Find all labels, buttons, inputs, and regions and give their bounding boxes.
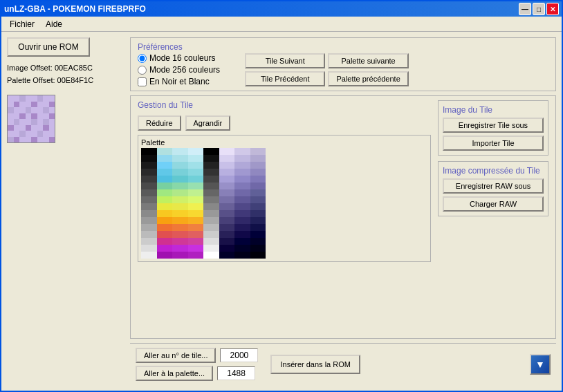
palette-cell[interactable] (219, 231, 235, 238)
palette-cell[interactable] (203, 148, 219, 155)
tile-precedent-button[interactable]: Tile Précédent (245, 71, 325, 86)
palette-cell[interactable] (188, 183, 204, 189)
inserer-rom-button[interactable]: Insérer dans la ROM (270, 355, 360, 374)
palette-cell[interactable] (141, 231, 157, 238)
palette-cell[interactable] (172, 155, 188, 162)
mode16-radio[interactable] (138, 54, 147, 63)
tile-value-input[interactable] (220, 348, 258, 362)
palette-cell[interactable] (188, 169, 204, 176)
palette-cell[interactable] (234, 162, 250, 169)
palette-cell[interactable] (172, 162, 188, 169)
palette-cell[interactable] (157, 238, 173, 245)
palette-cell[interactable] (141, 224, 157, 231)
palette-cell[interactable] (172, 217, 188, 224)
bw-checkbox[interactable] (138, 77, 147, 86)
palette-cell[interactable] (203, 252, 219, 259)
open-rom-button[interactable]: Ouvrir une ROM (7, 37, 90, 57)
menu-fichier[interactable]: Fichier (4, 18, 40, 30)
palette-precedente-button[interactable]: Palette précédente (328, 71, 408, 86)
palette-cell[interactable] (250, 252, 266, 259)
palette-cell[interactable] (234, 148, 250, 155)
charger-raw-button[interactable]: Charger RAW (443, 196, 544, 212)
palette-cell[interactable] (172, 224, 188, 231)
palette-cell[interactable] (219, 196, 235, 203)
palette-cell[interactable] (203, 203, 219, 210)
menu-aide[interactable]: Aide (40, 18, 68, 30)
palette-cell[interactable] (234, 203, 250, 210)
palette-cell[interactable] (157, 169, 173, 176)
palette-cell[interactable] (188, 176, 204, 183)
palette-cell[interactable] (250, 238, 266, 245)
aller-palette-button[interactable]: Aller à la palette... (136, 366, 213, 381)
palette-cell[interactable] (203, 183, 219, 189)
aller-tile-button[interactable]: Aller au n° de tile... (136, 348, 216, 363)
palette-cell[interactable] (188, 217, 204, 224)
palette-cell[interactable] (172, 231, 188, 238)
palette-cell[interactable] (157, 245, 173, 252)
palette-cell[interactable] (250, 196, 266, 203)
palette-cell[interactable] (250, 162, 266, 169)
palette-cell[interactable] (157, 189, 173, 196)
palette-suivante-button[interactable]: Palette suivante (328, 53, 408, 68)
palette-cell[interactable] (203, 231, 219, 238)
palette-cell[interactable] (172, 238, 188, 245)
palette-cell[interactable] (141, 176, 157, 183)
enregistrer-raw-button[interactable]: Enregistrer RAW sous (443, 178, 544, 194)
palette-cell[interactable] (141, 148, 157, 155)
palette-cell[interactable] (188, 231, 204, 238)
palette-cell[interactable] (141, 252, 157, 259)
palette-cell[interactable] (141, 189, 157, 196)
palette-cell[interactable] (188, 224, 204, 231)
palette-cell[interactable] (250, 210, 266, 217)
palette-cell[interactable] (234, 196, 250, 203)
palette-cell[interactable] (219, 224, 235, 231)
palette-cell[interactable] (219, 169, 235, 176)
palette-cell[interactable] (250, 183, 266, 189)
palette-cell[interactable] (219, 210, 235, 217)
palette-cell[interactable] (141, 217, 157, 224)
palette-cell[interactable] (188, 155, 204, 162)
palette-cell[interactable] (157, 252, 173, 259)
palette-cell[interactable] (234, 252, 250, 259)
close-button[interactable]: ✕ (546, 3, 559, 15)
palette-cell[interactable] (157, 148, 173, 155)
palette-cell[interactable] (141, 183, 157, 189)
palette-cell[interactable] (188, 189, 204, 196)
mode256-radio[interactable] (138, 66, 147, 75)
palette-cell[interactable] (188, 252, 204, 259)
palette-cell[interactable] (219, 217, 235, 224)
minimize-button[interactable]: — (519, 3, 531, 15)
palette-cell[interactable] (219, 183, 235, 189)
palette-cell[interactable] (157, 203, 173, 210)
importer-tile-button[interactable]: Importer Tile (443, 136, 544, 151)
palette-cell[interactable] (141, 238, 157, 245)
palette-cell[interactable] (188, 210, 204, 217)
palette-cell[interactable] (234, 176, 250, 183)
palette-cell[interactable] (234, 169, 250, 176)
palette-cell[interactable] (234, 217, 250, 224)
palette-cell[interactable] (234, 231, 250, 238)
palette-cell[interactable] (219, 245, 235, 252)
palette-cell[interactable] (141, 155, 157, 162)
palette-cell[interactable] (219, 176, 235, 183)
palette-cell[interactable] (219, 162, 235, 169)
palette-cell[interactable] (157, 196, 173, 203)
palette-cell[interactable] (188, 203, 204, 210)
reduire-button[interactable]: Réduire (138, 115, 181, 131)
palette-cell[interactable] (172, 183, 188, 189)
palette-cell[interactable] (250, 148, 266, 155)
palette-cell[interactable] (157, 231, 173, 238)
palette-cell[interactable] (172, 189, 188, 196)
palette-cell[interactable] (157, 210, 173, 217)
palette-cell[interactable] (250, 189, 266, 196)
palette-cell[interactable] (234, 183, 250, 189)
palette-cell[interactable] (172, 210, 188, 217)
palette-cell[interactable] (219, 203, 235, 210)
palette-cell[interactable] (157, 217, 173, 224)
palette-cell[interactable] (188, 196, 204, 203)
maximize-button[interactable]: □ (533, 3, 545, 15)
palette-cell[interactable] (250, 245, 266, 252)
palette-cell[interactable] (219, 238, 235, 245)
palette-cell[interactable] (219, 189, 235, 196)
palette-cell[interactable] (219, 155, 235, 162)
